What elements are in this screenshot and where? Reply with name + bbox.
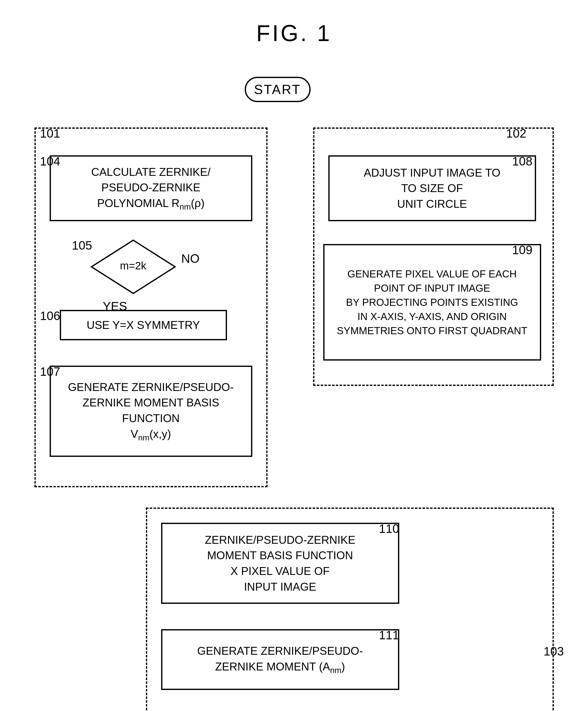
label-102: 102 bbox=[506, 126, 526, 141]
diamond-105: m=2k bbox=[90, 239, 176, 295]
page: FIG. 1 START 101 102 103 CALCULATE ZERNI… bbox=[0, 0, 588, 711]
box-110: ZERNIKE/PSEUDO-ZERNIKEMOMENT BASIS FUNCT… bbox=[161, 523, 399, 604]
label-107: 107 bbox=[40, 365, 60, 379]
box-106: USE Y=X SYMMETRY bbox=[60, 310, 227, 340]
label-105: 105 bbox=[72, 238, 92, 252]
box-111: GENERATE ZERNIKE/PSEUDO-ZERNIKE MOMENT (… bbox=[161, 629, 399, 690]
figure-title: FIG. 1 bbox=[30, 20, 558, 46]
label-104: 104 bbox=[40, 154, 60, 168]
no-label: NO bbox=[181, 252, 200, 265]
box-108: ADJUST INPUT IMAGE TOTO SIZE OFUNIT CIRC… bbox=[328, 155, 536, 221]
label-106: 106 bbox=[40, 309, 60, 323]
start-node: START bbox=[245, 77, 311, 102]
label-110: 110 bbox=[379, 522, 399, 536]
label-103: 103 bbox=[544, 644, 564, 658]
box-104: CALCULATE ZERNIKE/PSEUDO-ZERNIKEPOLYNOMI… bbox=[50, 155, 252, 221]
box-107: GENERATE ZERNIKE/PSEUDO-ZERNIKE MOMENT B… bbox=[50, 366, 252, 457]
label-109: 109 bbox=[512, 243, 532, 257]
label-101: 101 bbox=[40, 126, 60, 141]
label-108: 108 bbox=[512, 154, 532, 168]
box-109: GENERATE PIXEL VALUE OF EACHPOINT OF INP… bbox=[323, 244, 541, 361]
label-111: 111 bbox=[379, 628, 399, 642]
